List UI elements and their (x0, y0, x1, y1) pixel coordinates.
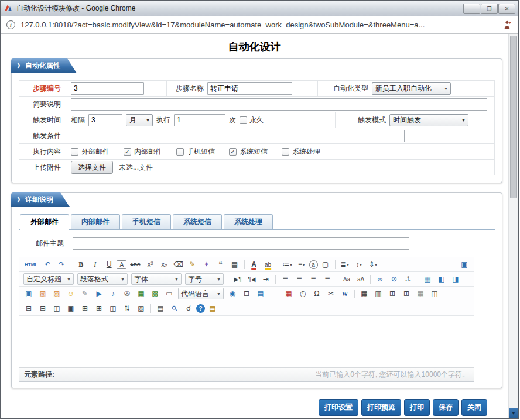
paragraph-format-select[interactable]: 段落格式▼ (77, 273, 128, 285)
strikethrough-icon[interactable]: ABC (128, 259, 142, 270)
align-right-icon[interactable]: ≣ (307, 273, 320, 285)
print-settings-button[interactable]: 打印设置 (319, 399, 358, 416)
music-icon[interactable]: ♪ (107, 288, 119, 299)
preview-icon[interactable]: ⚲ (166, 301, 183, 316)
insert-frame-icon[interactable]: ▣ (22, 288, 35, 299)
bold-icon[interactable]: B (74, 259, 87, 270)
external-mail-checkbox[interactable] (71, 148, 78, 156)
tab-system-process[interactable]: 系统处理 (224, 214, 273, 229)
split-to-rows-icon[interactable]: ⊞ (78, 302, 91, 314)
align-center-icon[interactable]: ≣ (293, 273, 306, 285)
print-button[interactable]: 打印 (404, 399, 430, 416)
tab-external-mail[interactable]: 外部邮件 (20, 214, 69, 230)
tab-internal-mail[interactable]: 内部邮件 (71, 214, 120, 229)
line-height-icon[interactable]: ↕▾ (353, 259, 365, 270)
delete-row-icon[interactable]: ⊟ (22, 302, 35, 314)
tab-system-sms[interactable]: 系统短信 (173, 214, 222, 229)
print-icon[interactable]: ▤ (154, 302, 167, 314)
select-all-icon[interactable]: a (309, 260, 318, 269)
url-text[interactable]: 127.0.0.1:8018/?act=basic.modifyView&id=… (20, 20, 498, 29)
table-shade-icon[interactable]: ▨ (135, 302, 148, 314)
word-image-icon[interactable]: W (338, 288, 351, 299)
align-justify-icon[interactable]: ≣ (321, 273, 334, 285)
delete-table-icon[interactable]: ▦ (414, 288, 427, 299)
step-name-input[interactable] (207, 82, 292, 95)
emotion-icon[interactable]: ☺ (64, 288, 77, 299)
close-window-button[interactable]: ✕ (498, 4, 515, 14)
drafts-icon[interactable]: ▤ (206, 302, 219, 314)
exec-times-input[interactable] (174, 114, 225, 126)
webapp-icon[interactable]: ◉ (226, 288, 239, 299)
insert-col-icon[interactable]: ⊞ (400, 288, 413, 299)
insert-video-icon[interactable]: ▶ (93, 288, 105, 299)
format-brush-icon[interactable]: ✎ (186, 259, 199, 270)
image-layout-left-icon[interactable]: ◧ (435, 273, 448, 285)
forever-checkbox[interactable] (240, 116, 247, 124)
mobile-sms-checkbox[interactable] (176, 148, 184, 156)
remove-format-icon[interactable]: ⌫ (172, 259, 185, 270)
snapscreen-icon[interactable]: ✂ (324, 288, 337, 299)
interval-input[interactable] (88, 114, 122, 126)
ordered-list-icon[interactable]: ≔▾ (281, 259, 294, 270)
map-icon[interactable]: ▦ (135, 288, 148, 299)
special-chars-icon[interactable]: Ω (310, 288, 323, 299)
clear-doc-icon[interactable]: ▢ (319, 259, 332, 270)
unlink-icon[interactable]: ⊘ (388, 273, 401, 285)
extension-icon[interactable] (502, 20, 512, 30)
image-upload-icon[interactable]: ▧ (36, 288, 49, 299)
delete-col-icon[interactable]: ⊟ (36, 302, 49, 314)
unordered-list-icon[interactable]: ≡▾ (295, 259, 308, 270)
baidu-map-icon[interactable]: ▩ (149, 288, 162, 299)
scrollbar-thumb[interactable] (510, 36, 517, 198)
to-lowercase-icon[interactable]: aA (354, 273, 367, 285)
subscript-icon[interactable]: x₂ (158, 259, 171, 270)
auto-type-select[interactable]: 新员工入职自动化 ▼ (372, 82, 451, 95)
scrollbar-down-arrow[interactable]: ▼ (509, 408, 518, 418)
internal-mail-checkbox[interactable]: ✓ (124, 148, 131, 156)
time-icon[interactable]: ◷ (296, 288, 309, 299)
direction-ltr-icon[interactable]: ▶¶ (231, 273, 244, 285)
system-process-checkbox[interactable] (282, 148, 289, 156)
html-source-icon[interactable]: HTML (22, 259, 40, 270)
link-icon[interactable]: ∞ (374, 273, 386, 285)
indent-icon[interactable]: ⇥ (259, 273, 272, 285)
superscript-icon[interactable]: x² (144, 259, 157, 270)
save-button[interactable]: 保存 (433, 399, 459, 416)
align-left-icon[interactable]: ≣ (279, 273, 292, 285)
attachment-icon[interactable]: ✇ (121, 288, 134, 299)
date-icon[interactable]: ▦ (282, 288, 295, 299)
choose-file-button[interactable]: 选择文件 (71, 161, 113, 174)
underline-icon[interactable]: U (102, 259, 115, 270)
pagebreak-icon[interactable]: ⊟ (240, 288, 253, 299)
template-icon[interactable]: ▤ (254, 288, 267, 299)
custom-title-select[interactable]: 自定义标题▼ (23, 273, 74, 285)
trigger-mode-select[interactable]: 时间触发 ▼ (389, 114, 468, 126)
search-replace-icon[interactable]: ☌ (182, 302, 195, 314)
font-family-select[interactable]: 字体▼ (131, 273, 182, 285)
insert-iframe-icon[interactable]: ▭ (163, 288, 176, 299)
insert-table-icon[interactable]: ▦ (358, 288, 371, 299)
image-layout-none-icon[interactable]: ▦ (421, 273, 434, 285)
brief-input[interactable] (71, 98, 487, 111)
image-layout-right-icon[interactable]: ◨ (449, 273, 462, 285)
tab-mobile-sms[interactable]: 手机短信 (122, 214, 171, 229)
direction-rtl-icon[interactable]: ¶◀ (245, 273, 258, 285)
paste-plain-icon[interactable]: ▤ (228, 259, 241, 270)
italic-icon[interactable]: I (88, 259, 101, 270)
maximize-button[interactable]: ❐ (481, 4, 498, 14)
redo-icon[interactable]: ↷ (55, 259, 68, 270)
interval-unit-select[interactable]: 月 ▼ (126, 114, 153, 126)
mail-subject-input[interactable] (73, 237, 409, 250)
print-preview-button[interactable]: 打印预览 (361, 399, 401, 416)
anchor-icon[interactable]: ⚓ (402, 273, 415, 285)
font-border-icon[interactable]: A (117, 260, 126, 269)
font-color-icon[interactable]: A (248, 259, 261, 270)
scrawl-icon[interactable]: ✎ (78, 288, 91, 299)
font-size-select[interactable]: 字号▼ (185, 273, 224, 285)
insert-image-icon[interactable]: ▨ (50, 288, 63, 299)
paragraph-spacing-icon[interactable]: ⇕▾ (367, 259, 379, 270)
table-title-icon[interactable]: ▥ (372, 288, 385, 299)
step-number-input[interactable] (71, 82, 144, 95)
trigger-condition-input[interactable] (71, 130, 405, 142)
info-icon[interactable]: i (6, 20, 15, 29)
